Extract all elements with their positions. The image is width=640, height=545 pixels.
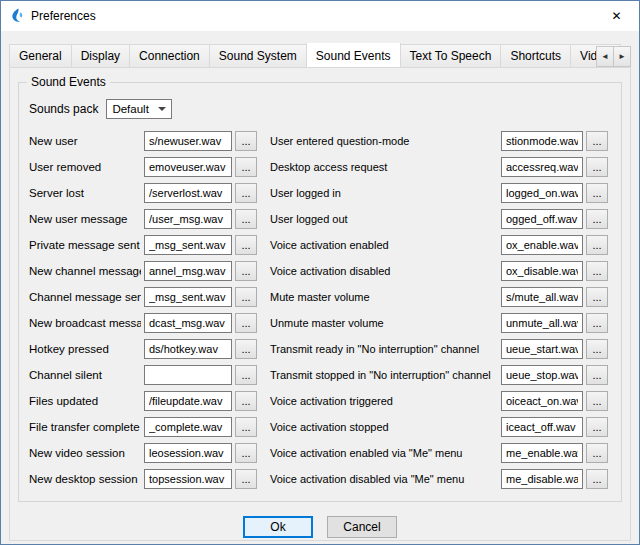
sounds-pack-label: Sounds pack: [29, 102, 98, 116]
browse-button[interactable]: ...: [586, 157, 608, 177]
browse-button[interactable]: ...: [586, 235, 608, 255]
browse-button[interactable]: ...: [586, 287, 608, 307]
tab-sound-events[interactable]: Sound Events: [306, 43, 401, 67]
sound-event-label: New user message: [29, 213, 141, 225]
sound-event-label: Voice activation enabled via "Me" menu: [260, 447, 498, 459]
preferences-window: Preferences ✕ GeneralDisplayConnectionSo…: [0, 0, 640, 545]
sound-file-input[interactable]: [501, 287, 583, 307]
browse-button[interactable]: ...: [235, 339, 257, 359]
sound-event-label: Voice activation stopped: [260, 421, 498, 433]
sound-event-label: Files updated: [29, 395, 141, 407]
browse-button[interactable]: ...: [586, 131, 608, 151]
app-icon: [9, 8, 25, 24]
browse-button[interactable]: ...: [586, 261, 608, 281]
cancel-button[interactable]: Cancel: [327, 516, 397, 538]
browse-button[interactable]: ...: [586, 417, 608, 437]
sound-file-input[interactable]: [144, 365, 232, 385]
dialog-footer: Ok Cancel: [18, 516, 622, 538]
sound-file-input[interactable]: [501, 209, 583, 229]
sound-event-label: New channel message: [29, 265, 141, 277]
browse-button[interactable]: ...: [235, 365, 257, 385]
sound-event-label: New video session: [29, 447, 141, 459]
sound-file-input[interactable]: [144, 287, 232, 307]
tab-scroll-left-icon[interactable]: ◄: [596, 46, 614, 67]
sounds-pack-row: Sounds pack Default: [29, 99, 611, 119]
tab-shortcuts[interactable]: Shortcuts: [500, 44, 571, 67]
sound-event-label: Hotkey pressed: [29, 343, 141, 355]
browse-button[interactable]: ...: [586, 339, 608, 359]
browse-button[interactable]: ...: [235, 131, 257, 151]
sound-file-input[interactable]: [144, 131, 232, 151]
sound-event-label: Channel message sent: [29, 291, 141, 303]
sound-event-label: Unmute master volume: [260, 317, 498, 329]
browse-button[interactable]: ...: [586, 313, 608, 333]
sound-file-input[interactable]: [144, 261, 232, 281]
sound-event-label: Transmit ready in "No interruption" chan…: [260, 343, 498, 355]
sound-file-input[interactable]: [144, 391, 232, 411]
sound-event-label: Desktop access request: [260, 161, 498, 173]
sound-event-label: Mute master volume: [260, 291, 498, 303]
sound-event-label: Channel silent: [29, 369, 141, 381]
sound-file-input[interactable]: [501, 313, 583, 333]
dialog-body: GeneralDisplayConnectionSound SystemSoun…: [1, 43, 639, 541]
close-icon[interactable]: ✕: [594, 1, 639, 31]
browse-button[interactable]: ...: [235, 209, 257, 229]
sound-event-label: New user: [29, 135, 141, 147]
browse-button[interactable]: ...: [235, 287, 257, 307]
sound-file-input[interactable]: [501, 365, 583, 385]
sounds-pack-select[interactable]: Default: [106, 99, 172, 119]
browse-button[interactable]: ...: [586, 391, 608, 411]
sounds-pack-value: Default: [112, 103, 148, 115]
sound-file-input[interactable]: [501, 235, 583, 255]
sound-file-input[interactable]: [501, 157, 583, 177]
sound-file-input[interactable]: [501, 391, 583, 411]
browse-button[interactable]: ...: [235, 261, 257, 281]
ok-button[interactable]: Ok: [243, 516, 313, 538]
sound-file-input[interactable]: [144, 313, 232, 333]
sound-file-input[interactable]: [501, 417, 583, 437]
tab-connection[interactable]: Connection: [129, 44, 210, 67]
sound-file-input[interactable]: [501, 261, 583, 281]
browse-button[interactable]: ...: [235, 157, 257, 177]
sound-file-input[interactable]: [144, 235, 232, 255]
sound-event-label: Transmit stopped in "No interruption" ch…: [260, 369, 498, 381]
browse-button[interactable]: ...: [586, 365, 608, 385]
sound-file-input[interactable]: [144, 339, 232, 359]
browse-button[interactable]: ...: [235, 235, 257, 255]
tab-page-sound-events: Sound Events Sounds pack Default New use…: [9, 67, 631, 541]
browse-button[interactable]: ...: [235, 443, 257, 463]
browse-button[interactable]: ...: [586, 469, 608, 489]
sound-event-label: User logged out: [260, 213, 498, 225]
sound-event-label: Server lost: [29, 187, 141, 199]
sound-event-label: Voice activation enabled: [260, 239, 498, 251]
browse-button[interactable]: ...: [586, 183, 608, 203]
sound-file-input[interactable]: [144, 417, 232, 437]
tab-scroll-right-icon[interactable]: ►: [613, 46, 631, 67]
sound-event-label: Voice activation triggered: [260, 395, 498, 407]
browse-button[interactable]: ...: [235, 313, 257, 333]
sound-events-group: Sound Events Sounds pack Default New use…: [18, 82, 622, 502]
sound-file-input[interactable]: [501, 183, 583, 203]
sound-file-input[interactable]: [144, 183, 232, 203]
browse-button[interactable]: ...: [586, 209, 608, 229]
sound-event-label: File transfer complete: [29, 421, 141, 433]
sound-file-input[interactable]: [501, 469, 583, 489]
sound-file-input[interactable]: [144, 157, 232, 177]
sound-events-rows: New user...User entered question-mode...…: [29, 131, 611, 489]
sound-file-input[interactable]: [144, 209, 232, 229]
sound-file-input[interactable]: [501, 339, 583, 359]
sound-file-input[interactable]: [144, 469, 232, 489]
browse-button[interactable]: ...: [235, 183, 257, 203]
browse-button[interactable]: ...: [235, 417, 257, 437]
tab-sound-system[interactable]: Sound System: [209, 44, 307, 67]
sound-file-input[interactable]: [501, 443, 583, 463]
tab-text-to-speech[interactable]: Text To Speech: [400, 44, 502, 67]
browse-button[interactable]: ...: [235, 391, 257, 411]
sound-file-input[interactable]: [501, 131, 583, 151]
browse-button[interactable]: ...: [235, 469, 257, 489]
tab-general[interactable]: General: [9, 44, 72, 67]
browse-button[interactable]: ...: [586, 443, 608, 463]
window-title: Preferences: [31, 9, 96, 23]
tab-display[interactable]: Display: [71, 44, 130, 67]
sound-file-input[interactable]: [144, 443, 232, 463]
